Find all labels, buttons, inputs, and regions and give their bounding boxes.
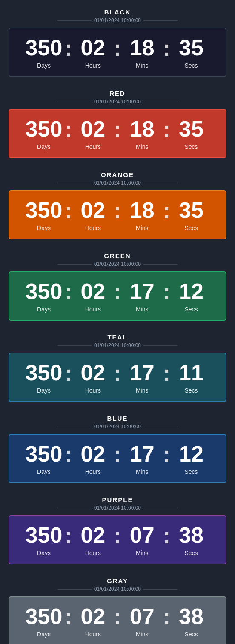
- separator-3-gray: :: [161, 604, 172, 630]
- secs-label-teal: Secs: [184, 387, 198, 394]
- secs-label-orange: Secs: [184, 225, 198, 231]
- separator-2-black: :: [112, 35, 123, 61]
- mins-value-black: 18: [130, 36, 155, 60]
- clock-box-green: 350 Days : 02 Hours : 17 Mins : 12 Secs: [9, 271, 226, 321]
- separator-1-gray: :: [63, 604, 74, 630]
- section-red: RED 01/01/2024 10:00:00 350 Days : 02 Ho…: [0, 85, 235, 162]
- separator-1-green: :: [63, 279, 74, 305]
- days-value-teal: 350: [26, 361, 63, 385]
- section-date-red: 01/01/2024 10:00:00: [9, 99, 226, 105]
- section-date-orange: 01/01/2024 10:00:00: [9, 180, 226, 186]
- section-date-gray: 01/01/2024 10:00:00: [9, 586, 226, 592]
- unit-hours-purple: 02 Hours: [74, 523, 112, 556]
- days-value-orange: 350: [26, 198, 63, 222]
- clock-box-gray: 350 Days : 02 Hours : 07 Mins : 38 Secs: [9, 596, 226, 644]
- separator-2-blue: :: [112, 442, 123, 467]
- unit-hours-green: 02 Hours: [74, 279, 112, 312]
- days-label-teal: Days: [37, 387, 51, 394]
- hours-value-blue: 02: [80, 442, 105, 466]
- separator-1-black: :: [63, 35, 74, 61]
- mins-label-green: Mins: [136, 306, 149, 313]
- separator-1-teal: :: [63, 360, 74, 386]
- separator-2-purple: :: [112, 523, 123, 548]
- hours-value-black: 02: [80, 36, 105, 60]
- unit-secs-gray: 38 Secs: [172, 604, 210, 637]
- unit-days-gray: 350 Days: [25, 604, 63, 637]
- secs-value-orange: 35: [179, 198, 203, 222]
- unit-days-red: 350 Days: [25, 117, 63, 150]
- hours-label-black: Hours: [85, 62, 101, 69]
- hours-label-orange: Hours: [85, 225, 101, 231]
- mins-label-gray: Mins: [136, 631, 149, 638]
- separator-2-teal: :: [112, 360, 123, 386]
- unit-days-green: 350 Days: [25, 279, 63, 312]
- secs-value-green: 12: [179, 279, 203, 304]
- section-blue: BLUE 01/01/2024 10:00:00 350 Days : 02 H…: [0, 410, 235, 487]
- section-orange: ORANGE 01/01/2024 10:00:00 350 Days : 02…: [0, 167, 235, 244]
- hours-label-green: Hours: [85, 306, 101, 313]
- unit-mins-gray: 07 Mins: [123, 604, 161, 637]
- days-label-gray: Days: [37, 631, 51, 638]
- mins-value-purple: 07: [130, 523, 155, 547]
- section-black: BLACK 01/01/2024 10:00:00 350 Days : 02 …: [0, 4, 235, 81]
- unit-hours-gray: 02 Hours: [74, 604, 112, 637]
- unit-days-blue: 350 Days: [25, 442, 63, 475]
- unit-hours-black: 02 Hours: [74, 36, 112, 68]
- section-date-teal: 01/01/2024 10:00:00: [9, 342, 226, 348]
- hours-label-blue: Hours: [85, 468, 101, 475]
- unit-days-purple: 350 Days: [25, 523, 63, 556]
- unit-secs-orange: 35 Secs: [172, 198, 210, 231]
- section-date-blue: 01/01/2024 10:00:00: [9, 424, 226, 430]
- secs-label-black: Secs: [184, 62, 198, 69]
- clock-box-teal: 350 Days : 02 Hours : 17 Mins : 11 Secs: [9, 353, 226, 402]
- secs-label-green: Secs: [184, 306, 198, 313]
- hours-value-orange: 02: [80, 198, 105, 222]
- mins-value-teal: 17: [130, 361, 155, 385]
- unit-secs-green: 12 Secs: [172, 279, 210, 312]
- secs-label-purple: Secs: [184, 550, 198, 556]
- separator-3-green: :: [161, 279, 172, 305]
- clock-box-purple: 350 Days : 02 Hours : 07 Mins : 38 Secs: [9, 515, 226, 564]
- section-title-gray: GRAY: [9, 577, 226, 584]
- unit-mins-orange: 18 Mins: [123, 198, 161, 231]
- section-title-purple: PURPLE: [9, 496, 226, 503]
- secs-value-black: 35: [179, 36, 203, 60]
- unit-mins-blue: 17 Mins: [123, 442, 161, 475]
- unit-hours-orange: 02 Hours: [74, 198, 112, 231]
- separator-3-red: :: [161, 117, 172, 142]
- section-title-orange: ORANGE: [9, 171, 226, 178]
- secs-value-blue: 12: [179, 442, 203, 466]
- hours-label-gray: Hours: [85, 631, 101, 638]
- mins-value-green: 17: [130, 279, 155, 304]
- unit-days-black: 350 Days: [25, 36, 63, 68]
- mins-value-orange: 18: [130, 198, 155, 222]
- days-label-green: Days: [37, 306, 51, 313]
- unit-mins-teal: 17 Mins: [123, 361, 161, 393]
- days-value-gray: 350: [26, 604, 63, 629]
- unit-secs-red: 35 Secs: [172, 117, 210, 150]
- mins-label-purple: Mins: [136, 550, 149, 556]
- unit-mins-black: 18 Mins: [123, 36, 161, 68]
- days-value-purple: 350: [26, 523, 63, 547]
- hours-label-teal: Hours: [85, 387, 101, 394]
- hours-value-gray: 02: [80, 604, 105, 629]
- section-title-black: BLACK: [9, 9, 226, 16]
- section-title-blue: BLUE: [9, 415, 226, 422]
- mins-label-blue: Mins: [136, 468, 149, 475]
- section-title-teal: TEAL: [9, 333, 226, 341]
- days-label-black: Days: [37, 62, 51, 69]
- clock-box-black: 350 Days : 02 Hours : 18 Mins : 35 Secs: [9, 28, 226, 77]
- separator-3-teal: :: [161, 360, 172, 386]
- secs-label-gray: Secs: [184, 631, 198, 638]
- days-label-orange: Days: [37, 225, 51, 231]
- separator-1-red: :: [63, 117, 74, 142]
- unit-mins-green: 17 Mins: [123, 279, 161, 312]
- unit-hours-blue: 02 Hours: [74, 442, 112, 475]
- hours-value-teal: 02: [80, 361, 105, 385]
- hours-value-purple: 02: [80, 523, 105, 547]
- clock-box-red: 350 Days : 02 Hours : 18 Mins : 35 Secs: [9, 109, 226, 158]
- section-date-green: 01/01/2024 10:00:00: [9, 261, 226, 267]
- section-green: GREEN 01/01/2024 10:00:00 350 Days : 02 …: [0, 248, 235, 325]
- separator-2-orange: :: [112, 198, 123, 223]
- section-date-purple: 01/01/2024 10:00:00: [9, 505, 226, 511]
